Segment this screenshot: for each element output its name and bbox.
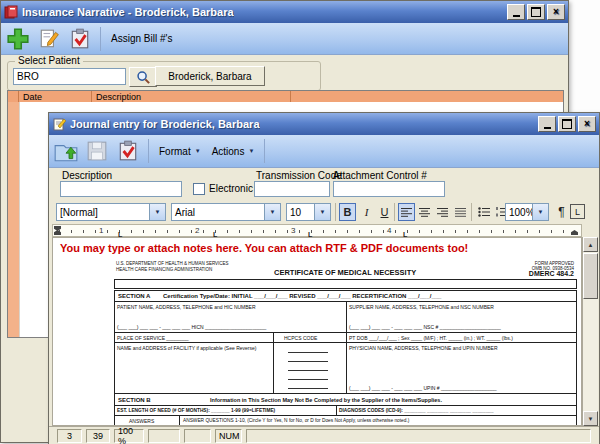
format-separator — [335, 203, 336, 221]
toolbar-separator — [100, 27, 101, 51]
attachment-control-input[interactable] — [333, 181, 445, 197]
diagnosis-cell: DIAGNOSIS CODES (ICD-9): ________ ______… — [336, 406, 576, 415]
status-num-lock-panel: NUM — [215, 429, 242, 443]
attach-file-button[interactable] — [52, 138, 80, 165]
search-icon — [136, 70, 151, 85]
status-panel-5 — [184, 429, 211, 443]
post-journal-button[interactable] — [114, 138, 142, 165]
physician-upin-line: (___ ___) ___ ___ - ___ ___ ___ UPIN # _… — [349, 385, 497, 391]
grid-column-date[interactable]: Date — [19, 91, 92, 102]
patient-search-button[interactable] — [129, 67, 157, 87]
answers-label: ANSWERS — [129, 418, 154, 424]
section-a-label: SECTION A — [118, 293, 150, 300]
underline-button[interactable]: U — [376, 203, 393, 221]
journal-titlebar[interactable]: Journal entry for Broderick, Barbara × — [49, 113, 599, 135]
edit-narrative-button[interactable] — [35, 25, 63, 52]
status-panel-4 — [148, 429, 180, 443]
description-input[interactable] — [60, 181, 182, 197]
form-answers-row: ANSWERS ANSWER QUESTIONS 1-10, (Circle Y… — [114, 415, 577, 426]
form-agency-line2: HEALTH CARE FINANCING ADMINISTRATION — [116, 267, 212, 272]
minimize-button[interactable] — [507, 4, 525, 20]
hcpcs-label: HCPCS CODE — [284, 335, 317, 341]
selected-patient-button[interactable]: Broderick, Barbara — [155, 66, 265, 86]
form-facility-row: NAME and ADDRESS of FACILITY if applicab… — [114, 342, 577, 394]
scrollbar-thumb[interactable] — [583, 253, 598, 299]
cmn-form-document: U.S. DEPARTMENT OF HEALTH & HUMAN SERVIC… — [114, 260, 578, 426]
maximize-button[interactable] — [558, 116, 576, 132]
minimize-button[interactable] — [538, 116, 556, 132]
form-number: DMERC 484.2 — [529, 270, 574, 278]
arrow-up-icon: ▲ — [588, 242, 594, 248]
close-button[interactable]: × — [578, 116, 596, 132]
bullet-list-icon — [478, 207, 490, 217]
chevron-down-icon: ▼ — [155, 209, 161, 215]
journal-app-icon — [52, 117, 66, 131]
description-label: Description — [62, 170, 112, 181]
format-separator — [394, 203, 395, 221]
save-floppy-icon — [86, 140, 108, 162]
align-center-icon — [419, 208, 430, 217]
patient-search-input[interactable] — [13, 68, 126, 85]
assign-bill-button[interactable]: Assign Bill #'s — [107, 33, 176, 44]
answers-line: ANSWER QUESTIONS 1-10, (Circle Y for Yes… — [183, 418, 409, 424]
check-narrative-button[interactable] — [66, 25, 94, 52]
ruler-number: 4 — [387, 226, 391, 235]
ruler-number: 3 — [291, 226, 295, 235]
journal-editor-area[interactable]: You may type or attach notes here. You c… — [52, 237, 582, 426]
scroll-up-button[interactable]: ▲ — [583, 237, 598, 252]
maximize-button[interactable] — [527, 4, 545, 20]
edit-icon — [38, 28, 60, 50]
insurance-toolbar: Assign Bill #'s — [1, 23, 568, 55]
font-family-combo[interactable]: Arial▼ — [171, 203, 281, 221]
form-title: CERTIFICATE OF MEDICAL NECESSITY — [274, 268, 416, 277]
place-of-service-label: PLACE OF SERVICE ________ — [117, 335, 189, 341]
tab-stop-selector-button[interactable]: L — [570, 204, 585, 219]
actions-menu-button[interactable]: Actions▼ — [208, 146, 259, 157]
align-left-icon — [401, 208, 412, 217]
zoom-value: 100% — [506, 204, 532, 220]
journal-toolbar: Format▼ Actions▼ — [49, 135, 599, 168]
section-b-header: Information in This Section May Not Be C… — [210, 397, 442, 404]
ruler-number: 2 — [195, 226, 199, 235]
clipboard-check-icon — [117, 140, 139, 162]
grid-row-selector-header[interactable] — [8, 91, 19, 102]
paragraph-style-combo[interactable]: [Normal]▼ — [56, 203, 166, 221]
physician-label: PHYSICIAN NAME, ADDRESS, TELEPHONE and U… — [349, 345, 498, 351]
est-length-line: EST. LENGTH OF NEED (# OF MONTHS): _____… — [117, 408, 275, 414]
show-paragraph-marks-button[interactable]: ¶ — [553, 203, 570, 221]
vertical-scrollbar[interactable]: ▲ ▼ — [582, 237, 598, 426]
save-button[interactable] — [83, 138, 111, 165]
grid-column-empty — [291, 91, 563, 102]
patient-label: PATIENT NAME, ADDRESS, TELEPHONE and HIC… — [117, 304, 256, 310]
grid-row-gutter — [8, 102, 20, 337]
font-size-combo[interactable]: 10▼ — [286, 203, 331, 221]
zoom-combo[interactable]: 100%▼ — [505, 203, 549, 221]
format-menu-button[interactable]: Format▼ — [155, 146, 205, 157]
align-center-button[interactable] — [416, 203, 433, 221]
grid-column-description[interactable]: Description — [92, 91, 291, 102]
status-panel-7 — [246, 429, 591, 443]
scroll-down-button[interactable]: ▼ — [583, 411, 598, 426]
physician-cell: PHYSICIAN NAME, ADDRESS, TELEPHONE and U… — [346, 343, 576, 393]
journal-window-title: Journal entry for Broderick, Barbara — [70, 118, 260, 130]
journal-status-bar: 3 39 100 % NUM — [49, 426, 599, 444]
transmission-code-label: Transmission Code — [256, 170, 342, 181]
align-justify-button[interactable] — [452, 203, 469, 221]
electronic-label: Electronic — [209, 183, 253, 194]
close-button[interactable]: × — [547, 4, 565, 20]
align-left-button[interactable] — [398, 203, 415, 221]
journal-entry-window: Journal entry for Broderick, Barbara × F… — [48, 112, 600, 444]
bullet-list-button[interactable] — [475, 203, 492, 221]
insurance-narrative-titlebar[interactable]: Insurance Narrative - Broderick, Barbara… — [1, 1, 568, 23]
form-category-row: OXYGEN — [114, 279, 577, 289]
supplier-label: SUPPLIER NAME, ADDRESS, TELEPHONE and NS… — [349, 304, 494, 310]
hcpcs-cell: HCPCS CODE — [273, 333, 346, 342]
bold-button[interactable]: B — [339, 203, 356, 221]
section-b-label: SECTION B — [118, 397, 151, 404]
italic-button[interactable]: I — [358, 203, 375, 221]
screen: Insurance Narrative - Broderick, Barbara… — [0, 0, 600, 444]
electronic-checkbox[interactable] — [193, 183, 205, 195]
transmission-code-input[interactable] — [254, 181, 330, 197]
add-narrative-button[interactable] — [4, 25, 32, 52]
align-right-button[interactable] — [434, 203, 451, 221]
